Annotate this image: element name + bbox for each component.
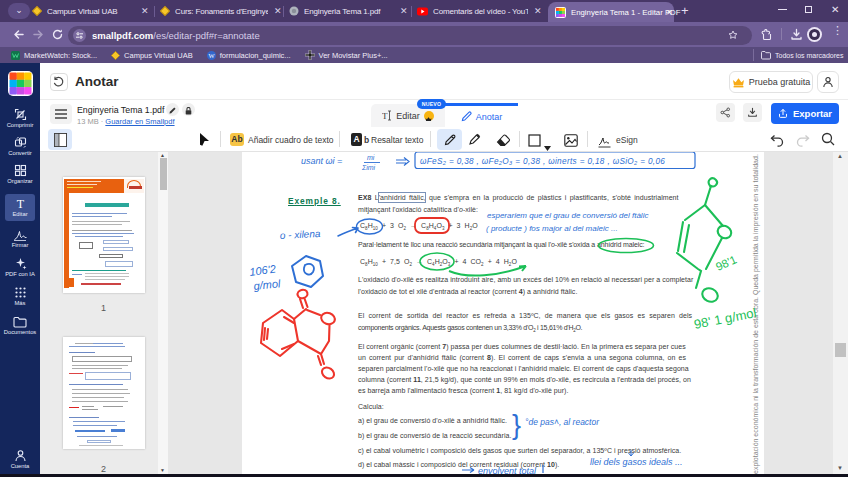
- svg-text:°de pas˄, al reactor: °de pas˄, al reactor: [525, 417, 600, 427]
- svg-text:Σіmі: Σіmі: [361, 164, 376, 171]
- svg-text:o - xilena: o - xilena: [280, 228, 322, 241]
- svg-text:envolvent total: envolvent total: [478, 466, 537, 475]
- svg-text:g/mol: g/mol: [253, 277, 282, 292]
- svg-text:llei dels gasos ideals ...: llei dels gasos ideals ...: [590, 457, 683, 467]
- svg-text:106'2: 106'2: [249, 262, 277, 278]
- svg-text:98' 1 g/mol: 98' 1 g/mol: [693, 305, 758, 332]
- svg-text:mі: mі: [367, 154, 375, 161]
- svg-text:}: }: [512, 410, 521, 440]
- svg-text:T: T: [382, 111, 388, 121]
- svg-text:esperariem que el grau de conv: esperariem que el grau de conversió del …: [487, 211, 648, 220]
- svg-text:usant ωі =: usant ωі =: [301, 156, 342, 166]
- svg-text:( producte ) fos major al: ( producte ) fos major al del maleic ...: [486, 224, 618, 233]
- svg-text:T: T: [16, 198, 24, 210]
- svg-text:W: W: [208, 51, 215, 58]
- svg-text:ωFeS₂ = 0,38 , ωFe₂O₃ = 0,38: ωFeS₂ = 0,38 , ωFe₂O₃ = 0,38 , ωinerts =…: [420, 157, 665, 166]
- svg-text:98'1: 98'1: [714, 253, 738, 273]
